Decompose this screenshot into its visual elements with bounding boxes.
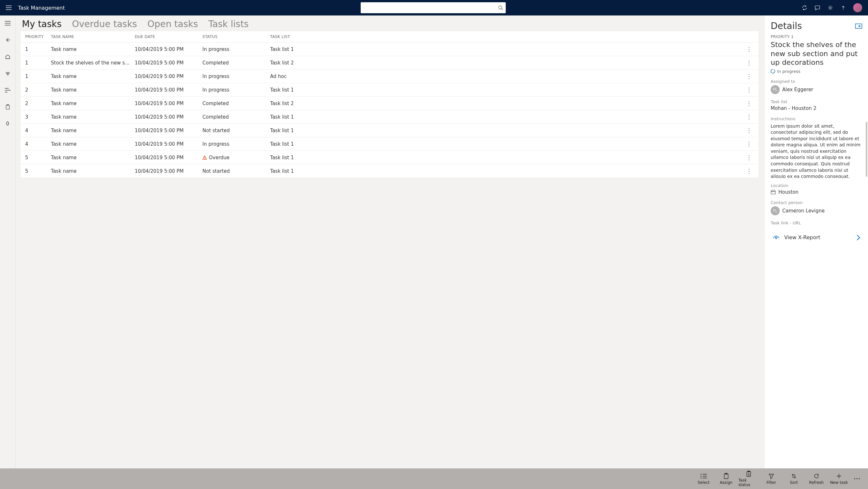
sort-button[interactable]: Sort <box>783 472 804 485</box>
table-row[interactable]: 3Task name10/04/2019 5:00 PMCompletedTas… <box>21 110 758 124</box>
row-menu-icon[interactable]: ⋮ <box>744 114 754 120</box>
svg-point-3 <box>843 9 843 10</box>
table-row[interactable]: 4Task name10/04/2019 5:00 PMNot startedT… <box>21 124 758 137</box>
contact-name: Cameron Levigne <box>782 208 825 214</box>
table-row[interactable]: 4Task name10/04/2019 5:00 PMIn progressT… <box>21 137 758 151</box>
cell-name: Task name <box>51 100 135 106</box>
table-row[interactable]: 1Task name10/04/2019 5:00 PMIn progressT… <box>21 42 758 56</box>
cell-due: 10/04/2019 5:00 PM <box>135 73 203 79</box>
cell-list: Task list 1 <box>270 114 744 120</box>
cell-name: Task name <box>51 155 135 160</box>
store-icon <box>771 190 776 194</box>
assigned-label: Assigned to <box>771 79 862 84</box>
view-report-label: View X-Report <box>784 234 820 241</box>
svg-point-16 <box>854 478 855 479</box>
cell-status: Overdue <box>203 155 270 160</box>
command-bar: Select Assign Task status Filter Sort Re… <box>0 468 868 489</box>
row-menu-icon[interactable]: ⋮ <box>744 73 754 80</box>
cell-list: Task list 1 <box>270 87 744 93</box>
cell-priority: 4 <box>25 128 51 133</box>
row-menu-icon[interactable]: ⋮ <box>744 127 754 134</box>
refresh-button[interactable]: Refresh <box>806 472 827 485</box>
cell-name: Task name <box>51 114 135 120</box>
back-arrow-icon[interactable] <box>3 35 13 45</box>
top-bar: Task Management <box>0 0 868 16</box>
cell-name: Task name <box>51 128 135 133</box>
scrollbar-thumb[interactable] <box>866 122 867 177</box>
row-menu-icon[interactable]: ⋮ <box>744 100 754 107</box>
rail-hamburger-icon[interactable] <box>3 18 13 28</box>
task-status-button[interactable]: Task status <box>738 470 759 487</box>
svg-point-2 <box>830 7 831 9</box>
col-due[interactable]: DUE DATE <box>135 34 203 39</box>
search-input[interactable] <box>361 2 506 13</box>
warning-icon <box>203 155 207 160</box>
table-row[interactable]: 5Task name10/04/2019 5:00 PMOverdueTask … <box>21 151 758 164</box>
view-report-button[interactable]: View X-Report <box>771 230 862 245</box>
assigned-name: Alex Eggerer <box>782 87 813 93</box>
tab-task-lists[interactable]: Task lists <box>208 19 249 29</box>
assign-button[interactable]: Assign <box>716 472 737 485</box>
cell-status: In progress <box>203 87 270 93</box>
sync-icon[interactable] <box>802 5 807 11</box>
pop-out-icon[interactable] <box>855 24 862 29</box>
row-menu-icon[interactable]: ⋮ <box>744 86 754 93</box>
cell-name: Task name <box>51 73 135 79</box>
comment-icon[interactable] <box>814 5 820 11</box>
svg-point-5 <box>8 72 9 73</box>
search-icon[interactable] <box>498 5 503 10</box>
cell-list: Task list 1 <box>270 168 744 174</box>
cell-list: Task list 1 <box>270 141 744 147</box>
filter-button[interactable]: Filter <box>761 472 782 485</box>
task-status-icon <box>746 470 751 478</box>
row-menu-icon[interactable]: ⋮ <box>744 59 754 66</box>
tab-overdue-tasks[interactable]: Overdue tasks <box>72 19 137 29</box>
cell-due: 10/04/2019 5:00 PM <box>135 168 203 174</box>
help-icon[interactable] <box>840 5 846 11</box>
select-button[interactable]: Select <box>693 472 714 485</box>
cell-priority: 1 <box>25 47 51 52</box>
cell-status: Completed <box>203 100 270 106</box>
row-menu-icon[interactable]: ⋮ <box>744 141 754 147</box>
app-title: Task Management <box>18 5 65 11</box>
cell-name: Stock the shelves of the new sub section… <box>51 60 135 66</box>
cell-priority: 1 <box>25 60 51 66</box>
hamburger-icon[interactable] <box>3 3 14 12</box>
sort-icon <box>791 472 797 480</box>
product-icon[interactable] <box>3 68 13 79</box>
user-avatar[interactable] <box>853 3 862 12</box>
cell-name: Task name <box>51 141 135 147</box>
table-row[interactable]: 1Task name10/04/2019 5:00 PMIn progressA… <box>21 70 758 83</box>
table-row[interactable]: 2Task name10/04/2019 5:00 PMCompletedTas… <box>21 97 758 110</box>
table-row[interactable]: 5Task name10/04/2019 5:00 PMNot startedT… <box>21 164 758 178</box>
row-menu-icon[interactable]: ⋮ <box>744 46 754 53</box>
refresh-icon <box>813 472 819 480</box>
rail-count[interactable]: 0 <box>3 119 13 129</box>
col-priority[interactable]: PRIORITY <box>25 34 51 39</box>
eye-icon <box>773 235 780 240</box>
col-name[interactable]: TASK NAME <box>51 34 135 39</box>
progress-spinner-icon <box>771 69 775 73</box>
assigned-avatar: FL <box>771 85 780 94</box>
row-menu-icon[interactable]: ⋮ <box>744 167 754 174</box>
cell-due: 10/04/2019 5:00 PM <box>135 100 203 106</box>
tab-my-tasks[interactable]: My tasks <box>22 19 62 29</box>
cell-status: In progress <box>203 47 270 52</box>
gear-icon[interactable] <box>827 5 833 11</box>
more-icon[interactable] <box>851 475 863 482</box>
list-icon[interactable] <box>3 85 13 95</box>
col-list[interactable]: TASK LIST <box>270 34 744 39</box>
row-menu-icon[interactable]: ⋮ <box>744 154 754 161</box>
new-task-button[interactable]: New task <box>829 472 849 485</box>
cell-name: Task name <box>51 87 135 93</box>
table-row[interactable]: 2Task name10/04/2019 5:00 PMIn progressT… <box>21 83 758 97</box>
home-icon[interactable] <box>3 52 13 62</box>
clipboard-icon[interactable] <box>3 102 13 112</box>
tab-open-tasks[interactable]: Open tasks <box>147 19 198 29</box>
table-row[interactable]: 1Stock the shelves of the new sub sectio… <box>21 56 758 70</box>
svg-point-0 <box>499 6 502 9</box>
details-title: Stock the shelves of the new sub section… <box>771 40 862 67</box>
svg-point-4 <box>6 72 7 73</box>
col-status[interactable]: STATUS <box>203 34 270 39</box>
cell-status: Completed <box>203 114 270 120</box>
